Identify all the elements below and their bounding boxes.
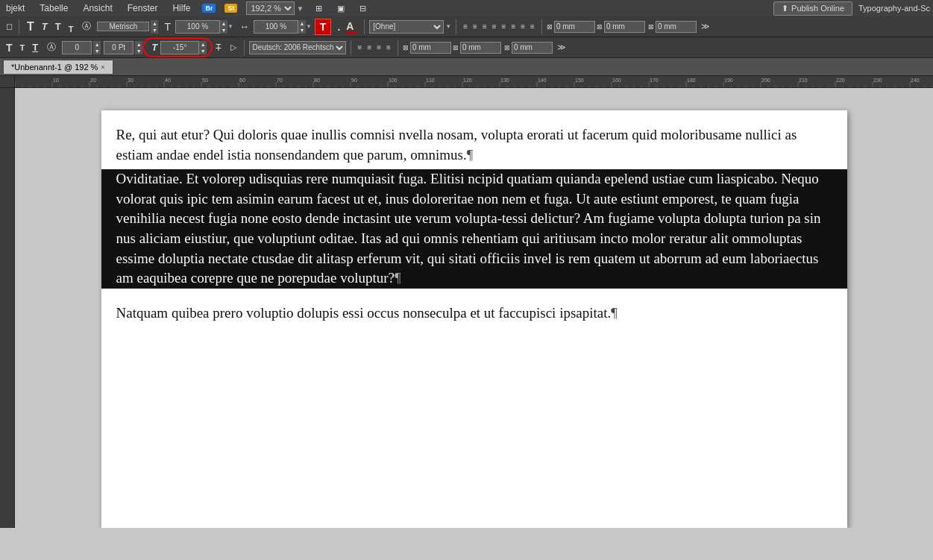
doc-paragraph2-selected: Oviditatiae. Et volorep udisquias rere n… — [101, 169, 847, 289]
align-extra3-btn[interactable]: ≡ — [518, 21, 527, 32]
measure-input6[interactable] — [512, 42, 553, 54]
font-num-up[interactable]: ▲ — [93, 41, 101, 48]
expand-btn[interactable]: ▷ — [227, 41, 239, 54]
pilcrow3: ¶ — [611, 305, 618, 321]
measure-input5[interactable] — [460, 42, 501, 54]
skew-up[interactable]: ▲ — [199, 41, 207, 48]
toolbar-select-btn[interactable]: ◻ — [3, 20, 16, 33]
publish-label: Publish Online — [791, 4, 844, 13]
font-resize-icon[interactable]: T — [161, 19, 174, 34]
more-btn[interactable]: ≫ — [698, 20, 713, 33]
svg-text:230: 230 — [873, 78, 882, 83]
font-T2-sub[interactable]: T — [17, 42, 28, 54]
font-num-down[interactable]: ▼ — [93, 48, 101, 54]
layout-icon3[interactable]: ⊟ — [356, 2, 369, 15]
svg-text:40: 40 — [165, 78, 171, 83]
svg-text:110: 110 — [426, 78, 435, 83]
align2-left[interactable]: ≡ — [356, 42, 365, 53]
char-metrics-btn2[interactable]: Ⓐ — [44, 40, 59, 55]
pilcrow1: ¶ — [467, 147, 474, 163]
dot-button[interactable]: . — [334, 19, 343, 34]
active-T-button[interactable]: T — [315, 19, 332, 35]
h-scale-down[interactable]: ▼ — [298, 27, 306, 34]
svg-text:140: 140 — [538, 78, 547, 83]
h-scale-up[interactable]: ▲ — [298, 20, 306, 27]
skew-down[interactable]: ▼ — [199, 48, 207, 54]
stock-badge[interactable]: St — [224, 4, 237, 13]
align-justify-btn[interactable]: ≡ — [490, 21, 499, 32]
font-scale-pct: 100 % — [187, 22, 208, 31]
pt-down[interactable]: ▼ — [135, 48, 142, 54]
font-t-section: T T T T — [24, 19, 76, 35]
lang-select[interactable]: Deutsch: 2006 Rechtschrei... — [249, 41, 346, 54]
svg-text:90: 90 — [351, 78, 357, 83]
canvas-area: Re, qui aut etur? Qui doloris quae inull… — [15, 88, 933, 528]
menu-bar-right: ⬆ Publish Online Typography-and-Sc — [773, 1, 930, 16]
font-T2-under[interactable]: T — [29, 40, 41, 54]
skew-val: -15° — [173, 43, 186, 51]
font-T-large[interactable]: T — [24, 19, 37, 35]
sep7 — [398, 40, 398, 55]
ruler-h-svg: 1020304050607080901001101201301401501601… — [15, 76, 933, 87]
layout-icon2[interactable]: ▣ — [334, 2, 348, 15]
font-T-super[interactable]: T — [39, 19, 51, 34]
sep5 — [244, 40, 245, 55]
svg-text:30: 30 — [128, 78, 133, 83]
svg-text:190: 190 — [724, 78, 733, 83]
style-dropdown[interactable]: [Ohne] — [369, 20, 444, 34]
zoom-select[interactable]: 192,2 % — [246, 1, 295, 15]
font-T-sub[interactable]: T — [66, 23, 77, 35]
menu-bjekt[interactable]: bjekt — [3, 1, 28, 15]
align-left-btn[interactable]: ≡ — [461, 21, 470, 32]
measure-icon2: ⊠ — [597, 23, 603, 31]
tab-close-btn[interactable]: × — [101, 63, 104, 71]
menu-fenster[interactable]: Fenster — [125, 1, 161, 15]
svg-text:150: 150 — [575, 78, 584, 83]
align-center-btn[interactable]: ≡ — [471, 21, 480, 32]
align2-justify[interactable]: ≡ — [384, 42, 393, 53]
metrisch-spinners[interactable]: ▲ ▼ — [151, 20, 158, 34]
pt-up[interactable]: ▲ — [135, 41, 142, 48]
main-area: Re, qui aut etur? Qui doloris quae inull… — [0, 88, 933, 528]
font-num-section: 0 ▲ ▼ — [62, 41, 101, 54]
skew-T-icon[interactable]: T — [148, 40, 160, 54]
measure-input3[interactable] — [656, 21, 697, 33]
measure-input2[interactable] — [604, 21, 645, 33]
metrisch-up[interactable]: ▲ — [151, 20, 158, 27]
font-T-normal[interactable]: T — [52, 19, 64, 34]
align2-right[interactable]: ≡ — [374, 42, 383, 53]
menu-tabelle[interactable]: Tabelle — [37, 1, 71, 15]
measure-input1[interactable] — [554, 21, 595, 33]
publish-online-button[interactable]: ⬆ Publish Online — [773, 1, 852, 16]
measure-top-right2: ⊠ ≫ — [648, 20, 713, 33]
metrics-section: Ⓐ — [79, 19, 94, 34]
menu-hilfe[interactable]: Hilfe — [169, 1, 193, 15]
font-t-section2: T T T — [3, 40, 41, 55]
font-pct-down[interactable]: ▼ — [220, 27, 227, 34]
pt-section: 0 Pt ▲ ▼ — [104, 41, 142, 54]
more-btn2[interactable]: ≫ — [554, 41, 569, 54]
align-extra2-btn[interactable]: ≡ — [509, 21, 518, 32]
svg-rect-0 — [15, 76, 933, 87]
align2-center[interactable]: ≡ — [365, 42, 374, 53]
measure-input4[interactable] — [410, 42, 451, 54]
color-A-btn[interactable]: A — [346, 20, 359, 34]
font-pct-up[interactable]: ▲ — [220, 20, 227, 27]
h-scale-arrow: ▼ — [306, 23, 312, 30]
strikethrough-btn[interactable]: T — [213, 41, 224, 54]
font-T2-large[interactable]: T — [3, 40, 16, 55]
font-num-val: 0 — [75, 43, 79, 51]
tab-bar: *Unbenannt-1 @ 192 % × — [0, 58, 933, 76]
menu-ansicht[interactable]: Ansicht — [80, 1, 115, 15]
align-right-btn[interactable]: ≡ — [480, 21, 489, 32]
toolbar-row2: T T T Ⓐ 0 ▲ ▼ 0 Pt ▲ ▼ T -15° ▲ — [0, 37, 933, 58]
tab-title: *Unbenannt-1 @ 192 % — [11, 63, 98, 72]
align-extra4-btn[interactable]: ≡ — [528, 21, 537, 32]
h-scale-icon[interactable]: ↔ — [236, 19, 252, 34]
align-extra-btn[interactable]: ≡ — [500, 21, 509, 32]
char-metrics-btn[interactable]: Ⓐ — [79, 19, 94, 34]
bridge-badge[interactable]: Br — [202, 4, 216, 13]
active-tab[interactable]: *Unbenannt-1 @ 192 % × — [3, 60, 113, 74]
metrisch-down[interactable]: ▼ — [151, 27, 158, 34]
layout-icon1[interactable]: ⊞ — [312, 2, 325, 15]
